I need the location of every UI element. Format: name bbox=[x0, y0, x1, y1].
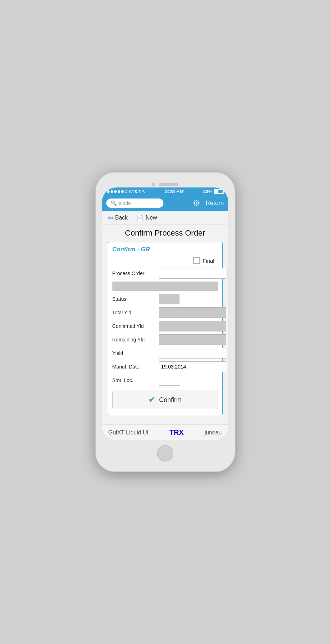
nav-right: ⚙ Return bbox=[193, 198, 224, 208]
manuf-date-row: Manuf. Date bbox=[112, 361, 218, 372]
process-order-label: Process Order bbox=[112, 271, 159, 276]
process-order-input-group bbox=[159, 268, 228, 279]
battery-percent: 43% bbox=[203, 189, 212, 194]
total-yld-row: Total Yld bbox=[112, 307, 218, 318]
nav-bar: 🔍 tcode ⚙ Return bbox=[102, 195, 228, 211]
status-bar: AT&T ∿ 2:28 PM 43% bbox=[102, 187, 228, 195]
signal-dots bbox=[107, 190, 127, 193]
confirmed-yld-label: Confirmed Yld bbox=[112, 323, 159, 329]
confirm-button[interactable]: ✔ Confirm bbox=[112, 391, 218, 409]
remaining-yld-row: Remaining Yld bbox=[112, 334, 218, 345]
form-card: Confirm - GR Final Process Order bbox=[108, 242, 223, 415]
dot-3 bbox=[114, 190, 117, 193]
carrier-name: AT&T bbox=[129, 189, 141, 194]
total-yld-input bbox=[159, 307, 226, 318]
wifi-icon: ∿ bbox=[142, 189, 146, 194]
yield-row: Yield bbox=[112, 348, 218, 359]
return-button[interactable]: Return bbox=[205, 200, 224, 207]
yield-label: Yield bbox=[112, 350, 159, 356]
new-doc-icon: 📄 bbox=[136, 215, 143, 221]
page-title: Confirm Process Order bbox=[108, 228, 223, 238]
status-time: 2:28 PM bbox=[165, 189, 184, 194]
status-left: AT&T ∿ bbox=[107, 189, 146, 194]
yield-input[interactable] bbox=[159, 348, 226, 359]
search-icon: 🔍 bbox=[111, 200, 117, 206]
dot-1 bbox=[107, 190, 110, 193]
search-input-placeholder[interactable]: tcode bbox=[119, 200, 131, 206]
section-title: Confirm - GR bbox=[112, 246, 218, 253]
manuf-date-input[interactable] bbox=[159, 361, 226, 372]
front-camera bbox=[152, 182, 155, 186]
stor-loc-input[interactable] bbox=[159, 375, 180, 386]
manuf-date-label: Manuf. Date bbox=[112, 364, 159, 370]
battery-icon bbox=[214, 189, 223, 194]
status-row: Status bbox=[112, 294, 218, 304]
toolbar: ⇦ Back 📄 New bbox=[102, 211, 228, 225]
process-order-input[interactable] bbox=[159, 268, 226, 279]
back-label: Back bbox=[115, 215, 128, 221]
confirm-button-label: Confirm bbox=[159, 396, 182, 404]
total-yld-label: Total Yld bbox=[112, 310, 159, 315]
confirmed-yld-row: Confirmed Yld bbox=[112, 321, 218, 331]
back-arrow-icon: ⇦ bbox=[108, 214, 113, 222]
remaining-yld-label: Remaining Yld bbox=[112, 337, 159, 342]
phone-screen: AT&T ∿ 2:28 PM 43% 🔍 tcode ⚙ Return bbox=[102, 187, 228, 440]
final-row: Final bbox=[112, 257, 218, 264]
status-right: 43% bbox=[203, 189, 223, 194]
new-label: New bbox=[146, 215, 157, 221]
footer-server: juneau bbox=[204, 429, 222, 436]
dot-5 bbox=[121, 190, 124, 193]
speaker bbox=[159, 183, 178, 186]
new-button[interactable]: 📄 New bbox=[136, 215, 157, 221]
process-order-search-btn[interactable] bbox=[228, 268, 228, 279]
phone-top-hardware bbox=[102, 179, 228, 187]
footer-brand: GuiXT Liquid UI bbox=[108, 429, 149, 436]
phone-frame: AT&T ∿ 2:28 PM 43% 🔍 tcode ⚙ Return bbox=[96, 172, 235, 472]
footer: GuiXT Liquid UI TRX juneau bbox=[102, 424, 228, 440]
stor-loc-row: Stor. Loc. bbox=[112, 375, 218, 386]
status-label: Status bbox=[112, 296, 159, 302]
dot-4 bbox=[118, 190, 120, 193]
dot-6 bbox=[125, 190, 127, 193]
footer-trx: TRX bbox=[169, 428, 184, 437]
confirm-button-row: ✔ Confirm bbox=[112, 391, 218, 409]
remaining-yld-input bbox=[159, 334, 226, 345]
status-input bbox=[159, 294, 179, 304]
back-button[interactable]: ⇦ Back bbox=[108, 214, 128, 222]
battery-fill bbox=[215, 190, 218, 193]
main-content: Confirm Process Order Confirm - GR Final… bbox=[102, 225, 228, 421]
search-box[interactable]: 🔍 tcode bbox=[106, 199, 163, 208]
final-checkbox[interactable] bbox=[193, 257, 200, 264]
gear-icon[interactable]: ⚙ bbox=[193, 198, 200, 208]
confirmed-yld-input bbox=[159, 321, 226, 331]
dot-2 bbox=[111, 190, 113, 193]
home-button[interactable] bbox=[157, 445, 173, 462]
phone-bottom-hardware bbox=[102, 440, 228, 465]
final-label: Final bbox=[203, 258, 214, 264]
process-order-description bbox=[112, 282, 218, 291]
checkmark-icon: ✔ bbox=[148, 395, 155, 405]
process-order-row: Process Order bbox=[112, 268, 218, 279]
stor-loc-label: Stor. Loc. bbox=[112, 377, 159, 383]
